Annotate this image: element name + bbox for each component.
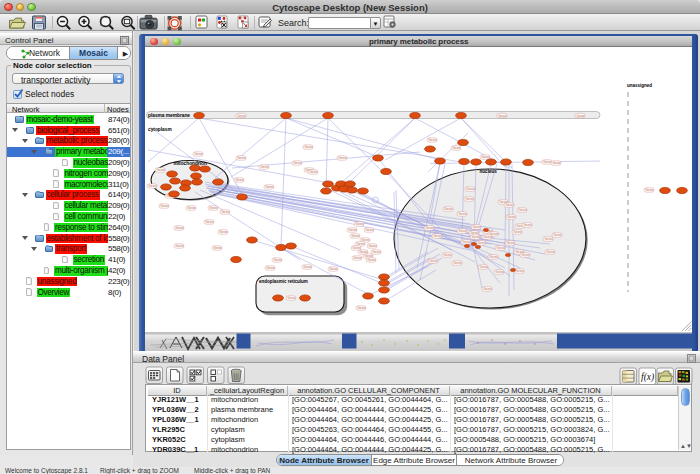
svg-text:Go:xxx: Go:xxx <box>453 261 462 265</box>
svg-text:endoplasmic reticulum: endoplasmic reticulum <box>259 279 308 284</box>
svg-text:Go:xxx: Go:xxx <box>507 215 516 219</box>
svg-text:Go:xxx: Go:xxx <box>470 231 479 235</box>
svg-text:Go:xxx: Go:xxx <box>546 250 555 254</box>
svg-text:Go:xxx: Go:xxx <box>209 206 218 210</box>
svg-text:plasma membrane: plasma membrane <box>148 113 190 118</box>
svg-text:Go:xxx: Go:xxx <box>645 188 654 192</box>
svg-text:Go:xxx: Go:xxx <box>505 203 514 207</box>
svg-text:Go:xxx: Go:xxx <box>221 210 230 214</box>
svg-text:Go:xxx: Go:xxx <box>367 258 376 262</box>
svg-text:Go:xxx: Go:xxx <box>235 178 244 182</box>
svg-text:Go:xxx: Go:xxx <box>481 155 490 159</box>
svg-text:Go:xxx: Go:xxx <box>458 229 467 233</box>
svg-text:Go:xxx: Go:xxx <box>351 234 360 238</box>
svg-text:Go:xxx: Go:xxx <box>160 204 169 208</box>
svg-text:Go:xxx: Go:xxx <box>148 184 157 188</box>
svg-text:Go:xxx: Go:xxx <box>365 228 374 232</box>
svg-text:Go:xxx: Go:xxx <box>576 114 585 118</box>
svg-text:Go:xxx: Go:xxx <box>368 244 377 248</box>
svg-text:Go:xxx: Go:xxx <box>495 270 504 274</box>
svg-text:Go:xxx: Go:xxx <box>266 266 275 270</box>
svg-text:Go:xxx: Go:xxx <box>444 207 453 211</box>
svg-text:Go:xxx: Go:xxx <box>489 255 498 259</box>
svg-text:Go:xxx: Go:xxx <box>477 241 486 245</box>
svg-text:Go:xxx: Go:xxx <box>348 228 357 232</box>
svg-text:Go:xxx: Go:xxx <box>287 296 296 300</box>
svg-text:nucleus: nucleus <box>479 170 497 175</box>
svg-text:Go:xxx: Go:xxx <box>353 256 362 260</box>
svg-text:Go:xxx: Go:xxx <box>329 267 338 271</box>
svg-text:Go:xxx: Go:xxx <box>506 241 515 245</box>
svg-text:Go:xxx: Go:xxx <box>237 114 246 118</box>
svg-text:Go:xxx: Go:xxx <box>458 212 467 216</box>
svg-text:Go:xxx: Go:xxx <box>219 230 228 234</box>
svg-text:Go:xxx: Go:xxx <box>237 156 246 160</box>
svg-text:Go:xxx: Go:xxx <box>498 114 507 118</box>
svg-text:Go:xxx: Go:xxx <box>465 197 474 201</box>
svg-text:Go:xxx: Go:xxx <box>496 246 505 250</box>
svg-text:cytoplasm: cytoplasm <box>148 128 172 133</box>
svg-text:Go:xxx: Go:xxx <box>471 235 480 239</box>
svg-text:Go:xxx: Go:xxx <box>521 253 530 257</box>
svg-text:Go:xxx: Go:xxx <box>518 208 527 212</box>
svg-text:Go:xxx: Go:xxx <box>513 230 522 234</box>
svg-text:Go:xxx: Go:xxx <box>356 242 365 246</box>
svg-text:Go:xxx: Go:xxx <box>303 265 312 269</box>
svg-text:Go:xxx: Go:xxx <box>552 161 561 165</box>
svg-text:Go:xxx: Go:xxx <box>194 152 203 156</box>
svg-text:Go:xxx: Go:xxx <box>372 250 381 254</box>
svg-text:Go:xxx: Go:xxx <box>483 235 492 239</box>
svg-text:Go:xxx: Go:xxx <box>433 234 442 238</box>
svg-text:Go:xxx: Go:xxx <box>515 269 524 273</box>
svg-text:Go:xxx: Go:xxx <box>544 237 553 241</box>
svg-text:Go:xxx: Go:xxx <box>443 253 452 257</box>
svg-text:Go:xxx: Go:xxx <box>187 206 196 210</box>
svg-text:Go:xxx: Go:xxx <box>338 156 347 160</box>
svg-text:Go:xxx: Go:xxx <box>466 187 475 191</box>
svg-text:Go:xxx: Go:xxx <box>553 233 562 237</box>
svg-text:Go:xxx: Go:xxx <box>523 223 532 227</box>
svg-text:Go:xxx: Go:xxx <box>428 138 437 142</box>
svg-text:Go:xxx: Go:xxx <box>156 168 165 172</box>
svg-text:f(x): f(x) <box>641 372 654 383</box>
svg-text:Go:xxx: Go:xxx <box>452 146 461 150</box>
svg-text:Go:xxx: Go:xxx <box>429 259 438 263</box>
svg-text:Go:xxx: Go:xxx <box>205 220 214 224</box>
svg-text:Go:xxx: Go:xxx <box>355 222 364 226</box>
svg-text:Go:xxx: Go:xxx <box>357 306 366 310</box>
svg-text:Go:xxx: Go:xxx <box>260 165 269 169</box>
svg-text:Go:xxx: Go:xxx <box>364 254 373 258</box>
svg-text:Go:xxx: Go:xxx <box>265 185 274 189</box>
svg-text:Go:xxx: Go:xxx <box>425 226 434 230</box>
svg-text:Go:xxx: Go:xxx <box>462 240 471 244</box>
svg-text:Go:xxx: Go:xxx <box>175 244 184 248</box>
svg-text:Go:xxx: Go:xxx <box>359 250 368 254</box>
svg-text:Go:xxx: Go:xxx <box>472 225 481 229</box>
svg-text:Go:xxx: Go:xxx <box>352 246 361 250</box>
svg-text:Go:xxx: Go:xxx <box>361 238 370 242</box>
svg-text:Go:xxx: Go:xxx <box>543 160 552 164</box>
svg-text:Go:xxx: Go:xxx <box>213 246 222 250</box>
svg-text:mitochondrion: mitochondrion <box>173 161 207 166</box>
svg-text:Go:xxx: Go:xxx <box>309 170 318 174</box>
svg-text:Go:xxx: Go:xxx <box>293 161 302 165</box>
svg-text:Go:xxx: Go:xxx <box>304 145 313 149</box>
svg-text:unassigned: unassigned <box>627 84 652 89</box>
svg-text:Go:xxx: Go:xxx <box>273 258 282 262</box>
svg-text:Go:xxx: Go:xxx <box>479 265 488 269</box>
svg-text:Go:xxx: Go:xxx <box>483 287 492 291</box>
svg-text:Go:xxx: Go:xxx <box>175 226 184 230</box>
